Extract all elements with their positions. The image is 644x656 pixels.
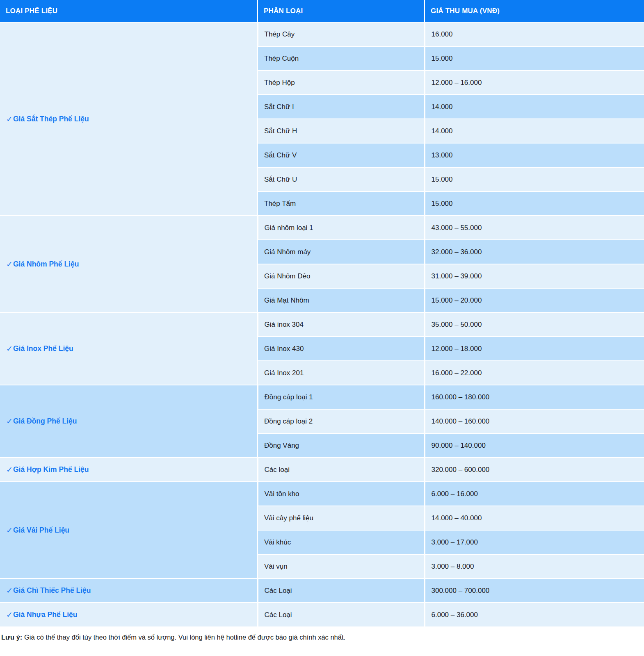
category-label: Giá Sắt Thép Phế Liệu: [13, 115, 89, 123]
price-cell: 16.000 – 22.000: [425, 361, 644, 385]
price-cell: 43.000 – 55.000: [425, 216, 644, 240]
category-cell: ✓Giá Nhựa Phế Liệu: [0, 603, 258, 627]
price-cell: 300.000 – 700.000: [425, 579, 644, 603]
subtype-cell: Vải cây phế liệu: [258, 506, 425, 530]
category-cell: ✓Giá Inox Phế Liệu: [0, 312, 258, 385]
price-cell: 3.000 – 8.000: [425, 554, 644, 579]
table-row: ✓Giá Nhựa Phế LiệuCác Loại6.000 – 36.000: [0, 603, 644, 627]
checkmark-icon: ✓: [6, 260, 13, 269]
subtype-cell: Vải tồn kho: [258, 482, 425, 506]
scrap-price-page: LOẠI PHẾ LIỆU PHÂN LOẠI GIÁ THU MUA (VNĐ…: [0, 0, 644, 647]
price-cell: 6.000 – 16.000: [425, 482, 644, 506]
header-row: LOẠI PHẾ LIỆU PHÂN LOẠI GIÁ THU MUA (VNĐ…: [0, 0, 644, 22]
price-cell: 15.000 – 20.000: [425, 288, 644, 312]
subtype-cell: Các Loại: [258, 603, 425, 627]
table-row: ✓Giá Hợp Kim Phế LiệuCác loại320.000 – 6…: [0, 458, 644, 482]
price-cell: 13.000: [425, 143, 644, 167]
category-label: Giá Đồng Phế Liệu: [13, 417, 77, 426]
checkmark-icon: ✓: [6, 417, 13, 426]
category-link[interactable]: ✓Giá Vải Phế Liệu: [6, 526, 69, 535]
subtype-cell: Sắt Chữ V: [258, 143, 425, 167]
subtype-cell: Các loại: [258, 458, 425, 482]
category-label: Giá Vải Phế Liệu: [13, 526, 69, 535]
price-cell: 140.000 – 160.000: [425, 409, 644, 433]
price-cell: 32.000 – 36.000: [425, 240, 644, 264]
price-cell: 16.000: [425, 22, 644, 46]
subtype-cell: Sắt Chữ H: [258, 119, 425, 143]
price-cell: 320.000 – 600.000: [425, 458, 644, 482]
checkmark-icon: ✓: [6, 526, 13, 535]
checkmark-icon: ✓: [6, 114, 13, 124]
category-label: Giá Inox Phế Liệu: [13, 344, 73, 353]
subtype-cell: Giá inox 304: [258, 312, 425, 337]
price-cell: 14.000: [425, 119, 644, 143]
checkmark-icon: ✓: [6, 344, 13, 353]
subtype-cell: Các Loại: [258, 579, 425, 603]
header-loai-phe-lieu: LOẠI PHẾ LIỆU: [0, 0, 258, 22]
category-link[interactable]: ✓Giá Sắt Thép Phế Liệu: [6, 114, 89, 124]
footer-note-label: Lưu ý:: [1, 633, 22, 641]
table-row: ✓Giá Chì Thiếc Phế LiệuCác Loại300.000 –…: [0, 579, 644, 603]
price-cell: 35.000 – 50.000: [425, 312, 644, 337]
subtype-cell: Giá Inox 201: [258, 361, 425, 385]
category-link[interactable]: ✓Giá Nhựa Phế Liệu: [6, 610, 78, 620]
price-cell: 14.000 – 40.000: [425, 506, 644, 530]
category-cell: ✓Giá Vải Phế Liệu: [0, 482, 258, 579]
subtype-cell: Giá nhôm loại 1: [258, 216, 425, 240]
subtype-cell: Vải vụn: [258, 554, 425, 579]
category-cell: ✓Giá Hợp Kim Phế Liệu: [0, 458, 258, 482]
subtype-cell: Thép Cuộn: [258, 46, 425, 71]
category-link[interactable]: ✓Giá Nhôm Phế Liệu: [6, 260, 79, 269]
table-row: ✓Giá Vải Phế LiệuVải tồn kho6.000 – 16.0…: [0, 482, 644, 506]
price-cell: 15.000: [425, 191, 644, 216]
price-cell: 6.000 – 36.000: [425, 603, 644, 627]
price-cell: 160.000 – 180.000: [425, 385, 644, 409]
category-label: Giá Nhôm Phế Liệu: [13, 260, 79, 269]
subtype-cell: Đồng Vàng: [258, 433, 425, 458]
category-label: Giá Chì Thiếc Phế Liệu: [13, 586, 91, 595]
price-cell: 14.000: [425, 95, 644, 119]
subtype-cell: Sắt Chữ I: [258, 95, 425, 119]
subtype-cell: Sắt Chữ U: [258, 167, 425, 191]
checkmark-icon: ✓: [6, 586, 13, 595]
checkmark-icon: ✓: [6, 610, 13, 620]
subtype-cell: Giá Mạt Nhôm: [258, 288, 425, 312]
table-row: ✓Giá Inox Phế LiệuGiá inox 30435.000 – 5…: [0, 312, 644, 337]
price-cell: 31.000 – 39.000: [425, 264, 644, 288]
category-cell: ✓Giá Nhôm Phế Liệu: [0, 216, 258, 312]
subtype-cell: Thép Hộp: [258, 71, 425, 95]
table-row: ✓Giá Đồng Phế LiệuĐồng cáp loại 1160.000…: [0, 385, 644, 409]
subtype-cell: Thép Tấm: [258, 191, 425, 216]
category-cell: ✓Giá Chì Thiếc Phế Liệu: [0, 579, 258, 603]
category-cell: ✓Giá Sắt Thép Phế Liệu: [0, 22, 258, 216]
checkmark-icon: ✓: [6, 465, 13, 474]
price-cell: 15.000: [425, 46, 644, 71]
category-link[interactable]: ✓Giá Đồng Phế Liệu: [6, 417, 77, 426]
price-cell: 90.000 – 140.000: [425, 433, 644, 458]
category-link[interactable]: ✓Giá Chì Thiếc Phế Liệu: [6, 586, 91, 595]
price-cell: 12.000 – 18.000: [425, 337, 644, 361]
footer-note: Lưu ý: Giá có thể thay đổi tùy theo thời…: [1, 633, 644, 647]
price-cell: 12.000 – 16.000: [425, 71, 644, 95]
category-link[interactable]: ✓Giá Hợp Kim Phế Liệu: [6, 465, 89, 474]
category-cell: ✓Giá Đồng Phế Liệu: [0, 385, 258, 458]
table-row: ✓Giá Nhôm Phế LiệuGiá nhôm loại 143.000 …: [0, 216, 644, 240]
subtype-cell: Giá Inox 430: [258, 337, 425, 361]
subtype-cell: Giá Nhôm Dẻo: [258, 264, 425, 288]
footer-note-text: Giá có thể thay đổi tùy theo thời điểm v…: [22, 633, 345, 641]
subtype-cell: Giá Nhôm máy: [258, 240, 425, 264]
subtype-cell: Đồng cáp loại 2: [258, 409, 425, 433]
price-cell: 3.000 – 17.000: [425, 530, 644, 554]
header-phan-loai: PHÂN LOẠI: [258, 0, 425, 22]
price-table-body: ✓Giá Sắt Thép Phế LiệuThép Cây16.000Thép…: [0, 22, 644, 627]
category-label: Giá Nhựa Phế Liệu: [13, 610, 78, 619]
scrap-price-table: LOẠI PHẾ LIỆU PHÂN LOẠI GIÁ THU MUA (VNĐ…: [0, 0, 644, 627]
category-link[interactable]: ✓Giá Inox Phế Liệu: [6, 344, 73, 353]
subtype-cell: Đồng cáp loại 1: [258, 385, 425, 409]
price-cell: 15.000: [425, 167, 644, 191]
table-row: ✓Giá Sắt Thép Phế LiệuThép Cây16.000: [0, 22, 644, 46]
header-gia-thu-mua: GIÁ THU MUA (VNĐ): [425, 0, 644, 22]
subtype-cell: Thép Cây: [258, 22, 425, 46]
category-label: Giá Hợp Kim Phế Liệu: [13, 465, 89, 474]
subtype-cell: Vải khúc: [258, 530, 425, 554]
